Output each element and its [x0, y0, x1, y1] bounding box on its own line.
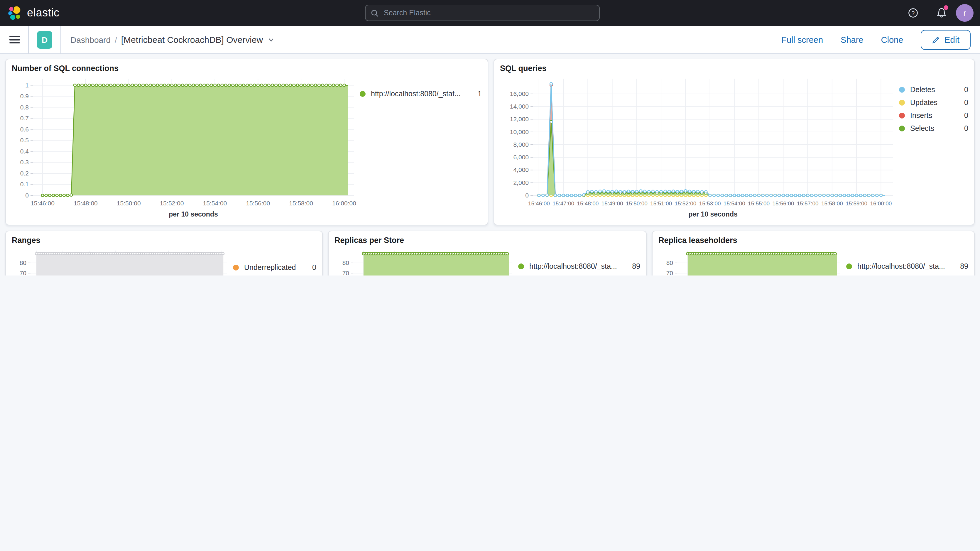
svg-text:70: 70	[667, 270, 673, 276]
panel-ranges: Ranges 0102030405060708015:46:0015:48:00…	[5, 231, 323, 276]
share-button[interactable]: Share	[841, 35, 863, 44]
svg-text:15:50:00: 15:50:00	[117, 200, 141, 207]
legend-item[interactable]: http://localhost:8080/_stat...1	[360, 90, 482, 98]
chart-legend: Deletes0Updates0Inserts0Selects0	[899, 74, 968, 222]
search-input[interactable]	[383, 8, 599, 18]
chevron-down-icon[interactable]	[267, 36, 275, 43]
breadcrumb: Dashboard / [Metricbeat CockroachDB] Ove…	[70, 35, 275, 45]
legend-series-value: 0	[306, 263, 316, 272]
panel-number-of-sql-connections: Number of SQL connections 00.10.20.30.40…	[5, 59, 488, 225]
svg-text:0.9: 0.9	[20, 93, 29, 99]
full-screen-button[interactable]: Full screen	[781, 35, 823, 44]
legend-item[interactable]: http://localhost:8080/_sta...89	[518, 262, 640, 271]
notifications-bell-icon[interactable]	[935, 7, 947, 19]
help-icon[interactable]: ?	[907, 7, 919, 19]
legend-item[interactable]: Updates0	[899, 99, 968, 107]
svg-text:0: 0	[25, 192, 29, 199]
legend-item[interactable]: Inserts0	[899, 111, 968, 120]
panel-title: Ranges	[12, 236, 316, 245]
menu-hamburger-icon[interactable]	[10, 35, 20, 44]
elastic-brand[interactable]: elastic	[7, 5, 60, 21]
svg-text:15:52:00: 15:52:00	[675, 201, 696, 207]
svg-text:80: 80	[20, 260, 26, 266]
svg-text:6,000: 6,000	[513, 154, 529, 161]
svg-text:15:53:00: 15:53:00	[699, 201, 721, 207]
legend-series-value: 0	[958, 124, 968, 133]
svg-text:0.4: 0.4	[20, 148, 29, 154]
legend-item[interactable]: Underreplicated0	[233, 263, 316, 272]
svg-text:14,000: 14,000	[510, 103, 529, 110]
breadcrumb-separator: /	[115, 35, 117, 44]
kibana-dashboard-page: elastic ? r D Dashboard / [Metricbeat Co…	[0, 0, 980, 276]
elastic-logo-icon	[7, 5, 22, 21]
svg-text:15:52:00: 15:52:00	[160, 200, 184, 207]
svg-text:15:46:00: 15:46:00	[30, 200, 54, 207]
legend-series-dot	[899, 87, 905, 93]
legend-series-label: http://localhost:8080/_stat...	[371, 90, 461, 98]
svg-text:12,000: 12,000	[510, 116, 529, 123]
svg-text:15:55:00: 15:55:00	[748, 201, 770, 207]
page-title: [Metricbeat CockroachDB] Overview	[121, 35, 263, 45]
chart-legend: Underreplicated0Overreplicated0Unavailab…	[233, 246, 316, 276]
pencil-icon	[932, 35, 940, 44]
svg-text:4,000: 4,000	[513, 166, 529, 173]
user-avatar[interactable]: r	[956, 4, 974, 22]
sql-connections-chart[interactable]: 00.10.20.30.40.50.60.70.80.9115:46:0015:…	[12, 74, 360, 222]
svg-text:0.8: 0.8	[20, 104, 29, 111]
global-search[interactable]	[365, 5, 600, 21]
svg-text:15:58:00: 15:58:00	[289, 200, 313, 207]
svg-text:2,000: 2,000	[513, 179, 529, 186]
clone-button[interactable]: Clone	[881, 35, 904, 44]
svg-text:16:00:00: 16:00:00	[332, 200, 356, 207]
legend-series-label: Selects	[910, 124, 934, 133]
ranges-chart[interactable]: 0102030405060708015:46:0015:48:0015:50:0…	[12, 246, 233, 276]
sql-queries-chart[interactable]: 02,0004,0006,0008,00010,00012,00014,0001…	[500, 74, 899, 222]
svg-text:per 10 seconds: per 10 seconds	[169, 210, 218, 218]
svg-text:70: 70	[20, 270, 26, 276]
legend-item[interactable]: http://localhost:8080/_sta...89	[846, 262, 968, 271]
app-header: elastic ? r	[0, 0, 980, 26]
legend-series-dot	[846, 263, 852, 269]
legend-item[interactable]: Selects0	[899, 124, 968, 133]
svg-text:15:56:00: 15:56:00	[772, 201, 794, 207]
replicas-per-store-chart[interactable]: 0102030405060708015:46:0015:49:0015:52:0…	[334, 246, 518, 276]
dashboard-app-badge[interactable]: D	[37, 31, 52, 48]
dashboard-toolbar: D Dashboard / [Metricbeat CockroachDB] O…	[0, 26, 980, 54]
legend-item[interactable]: Deletes0	[899, 86, 968, 94]
svg-text:0.2: 0.2	[20, 170, 29, 177]
svg-text:15:56:00: 15:56:00	[246, 200, 270, 207]
legend-series-value: 89	[954, 262, 968, 271]
legend-series-label: Inserts	[910, 111, 932, 120]
panel-sql-queries: SQL queries 02,0004,0006,0008,00010,0001…	[493, 59, 975, 225]
notification-badge	[943, 5, 948, 10]
svg-text:10,000: 10,000	[510, 129, 529, 135]
svg-text:0.6: 0.6	[20, 126, 29, 133]
edit-button[interactable]: Edit	[921, 30, 970, 49]
toolbar-separator	[28, 25, 29, 54]
svg-text:15:50:00: 15:50:00	[626, 201, 648, 207]
svg-text:16:00:00: 16:00:00	[870, 201, 892, 207]
legend-series-label: http://localhost:8080/_sta...	[529, 262, 617, 271]
svg-text:15:49:00: 15:49:00	[601, 201, 623, 207]
legend-series-dot	[899, 100, 905, 106]
svg-text:0.7: 0.7	[20, 115, 29, 121]
chart-legend: http://localhost:8080/_stat...1	[360, 74, 482, 222]
svg-text:0.1: 0.1	[20, 181, 29, 188]
svg-text:15:48:00: 15:48:00	[74, 200, 98, 207]
edit-button-label: Edit	[944, 35, 959, 45]
panel-title: Replica leaseholders	[659, 236, 968, 245]
legend-series-label: http://localhost:8080/_sta...	[858, 262, 945, 271]
svg-text:0: 0	[525, 192, 529, 199]
breadcrumb-dashboard-link[interactable]: Dashboard	[70, 35, 111, 44]
svg-text:per 10 seconds: per 10 seconds	[688, 210, 737, 218]
svg-text:15:54:00: 15:54:00	[724, 201, 745, 207]
svg-text:1: 1	[25, 82, 29, 89]
svg-text:?: ?	[912, 10, 915, 16]
svg-text:15:54:00: 15:54:00	[203, 200, 227, 207]
replica-leaseholders-chart[interactable]: 0102030405060708015:46:0015:49:0015:52:0…	[659, 246, 846, 276]
panel-replicas-per-store: Replicas per Store 0102030405060708015:4…	[328, 231, 647, 276]
svg-text:15:58:00: 15:58:00	[821, 201, 843, 207]
svg-text:0.5: 0.5	[20, 137, 29, 143]
svg-text:15:57:00: 15:57:00	[797, 201, 819, 207]
legend-series-value: 0	[958, 99, 968, 107]
